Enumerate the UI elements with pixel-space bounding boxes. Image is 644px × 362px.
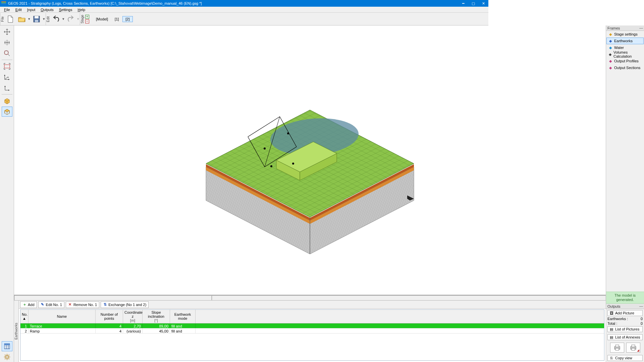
menu-edit[interactable]: Edit xyxy=(13,7,24,12)
app-icon xyxy=(1,1,6,5)
undo-button[interactable] xyxy=(51,14,61,24)
save-file-button[interactable] xyxy=(31,14,42,24)
cube2-tool[interactable] xyxy=(2,107,12,117)
svg-rect-4 xyxy=(5,51,8,54)
menu-file[interactable]: File xyxy=(1,7,13,12)
title-bar: GEO5 2021 - Stratigraphy (Logs, Cross Se… xyxy=(0,0,488,7)
axes-tool[interactable] xyxy=(2,72,12,82)
stage-model[interactable]: [Model] xyxy=(93,16,111,22)
window-title: GEO5 2021 - Stratigraphy (Logs, Cross Se… xyxy=(8,1,458,5)
cube1-tool[interactable] xyxy=(2,96,12,106)
redo-button[interactable] xyxy=(65,14,76,24)
maximize-button[interactable]: ▢ xyxy=(468,0,478,7)
svg-point-26 xyxy=(287,132,289,134)
toolbar-group-stage: Stage xyxy=(80,13,85,25)
close-button[interactable]: ✕ xyxy=(478,0,488,7)
svg-rect-2 xyxy=(35,20,38,22)
undo-dropdown[interactable]: ▾ xyxy=(62,17,65,21)
minimize-button[interactable]: ━ xyxy=(458,0,468,7)
svg-rect-5 xyxy=(4,65,10,68)
stage-add-remove: + − xyxy=(85,15,89,23)
open-file-button[interactable] xyxy=(16,14,27,24)
stage-1[interactable]: [1] xyxy=(112,16,122,22)
menu-outputs[interactable]: Outputs xyxy=(38,7,56,12)
zoom-extent-tool[interactable] xyxy=(2,61,12,71)
menu-input[interactable]: Input xyxy=(24,7,38,12)
redo-dropdown[interactable]: ▾ xyxy=(76,17,80,21)
zoom-tool[interactable] xyxy=(2,48,12,58)
viewport-3d[interactable] xyxy=(14,25,488,274)
save-dropdown[interactable]: ▾ xyxy=(42,17,46,21)
main-toolbar: File ▾ ▾ Edit ▾ ▾ Stage + − [Model] [1] … xyxy=(0,13,488,25)
svg-point-3 xyxy=(4,51,8,55)
toolbar-group-file: File xyxy=(0,13,5,25)
stage-2[interactable]: [2] xyxy=(122,16,132,22)
svg-point-28 xyxy=(270,165,272,167)
svg-point-27 xyxy=(292,163,294,165)
move-tool[interactable] xyxy=(2,27,12,37)
menu-bar: File Edit Input Outputs Settings Help xyxy=(0,7,488,13)
rotate-tool[interactable] xyxy=(2,38,12,48)
svg-rect-1 xyxy=(35,16,39,18)
svg-point-25 xyxy=(264,147,266,149)
new-file-button[interactable] xyxy=(5,14,16,24)
remove-stage-button[interactable]: − xyxy=(85,19,89,23)
toolbar-group-edit: Edit xyxy=(46,13,50,25)
axes2-tool[interactable] xyxy=(2,83,12,93)
menu-help[interactable]: Help xyxy=(75,7,88,12)
menu-settings[interactable]: Settings xyxy=(56,7,75,12)
view-toolbar xyxy=(0,25,14,274)
add-stage-button[interactable]: + xyxy=(85,15,89,19)
open-dropdown[interactable]: ▾ xyxy=(28,17,31,21)
